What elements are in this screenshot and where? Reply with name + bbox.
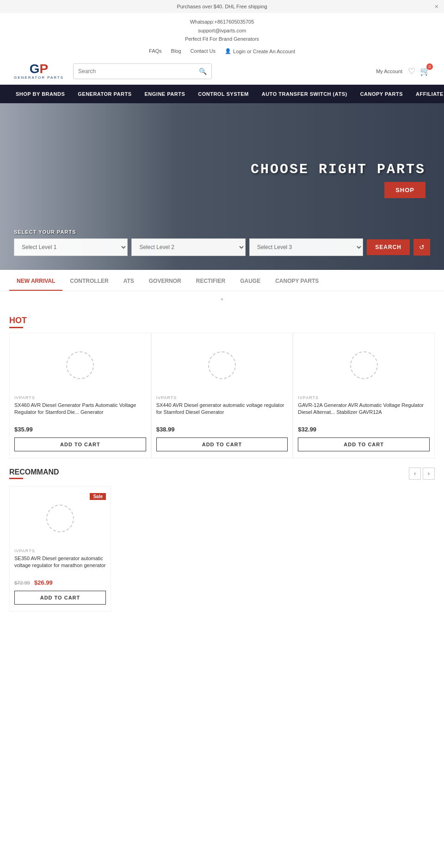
product-3-name: GAVR-12A Generator AVR Automatic Voltage… xyxy=(298,402,430,422)
logo-sub-text: Generator Parts xyxy=(14,75,64,80)
wishlist-icon[interactable]: ♡ xyxy=(408,66,415,76)
product-2-add-to-cart[interactable]: ADD TO CART xyxy=(156,437,288,451)
blog-link[interactable]: Blog xyxy=(171,48,181,54)
shop-now-button[interactable]: SHOP xyxy=(384,182,426,198)
hero-banner: CHOOSE RIGHT PARTS SHOP SELECT YOUR PART… xyxy=(0,103,444,270)
logo-gp-text: GP xyxy=(30,62,48,75)
recommand-product-1-sale-price: $26.99 xyxy=(34,579,53,586)
product-1-brand: IVPARTS xyxy=(14,395,146,400)
level2-select[interactable]: Select Level 2 xyxy=(131,238,245,256)
product-2-price: $38.99 xyxy=(156,426,288,433)
close-banner-button[interactable]: × xyxy=(435,3,438,10)
tagline-text: Perfect Fit For Brand Generators xyxy=(0,35,444,44)
hero-title: CHOOSE RIGHT PARTS xyxy=(251,162,426,177)
recommand-product-1-prices: $72.99 $26.99 xyxy=(14,579,106,586)
recommand-next-button[interactable]: › xyxy=(423,468,435,480)
recommand-product-1-brand: IVPARTS xyxy=(14,549,106,553)
recommand-title: RECOMMAND xyxy=(9,468,59,479)
main-navigation: SHOP BY BRANDS GENERATOR PARTS ENGINE PA… xyxy=(0,85,444,103)
site-logo[interactable]: GP Generator Parts xyxy=(14,62,64,80)
faqs-link[interactable]: FAQs xyxy=(149,48,162,54)
parts-search-button[interactable]: SEARCH xyxy=(367,239,410,255)
nav-engine-parts[interactable]: ENGINE PARTS xyxy=(138,85,192,103)
product-1-name: SX460 AVR Diesel Generator Parts Automat… xyxy=(14,402,146,422)
parts-selector-label: SELECT YOUR PARTS xyxy=(14,229,430,235)
loading-spinner xyxy=(66,351,94,379)
recommand-header: RECOMMAND ‹ › xyxy=(9,468,435,480)
top-banner: Purchases over $40. DHL Free shipping × xyxy=(0,0,444,13)
carousel-dot-indicator: • xyxy=(0,291,444,308)
cart-count-badge: 0 xyxy=(426,63,433,70)
account-link[interactable]: Login or Create An Account xyxy=(233,49,295,54)
recommand-product-1: Sale IVPARTS SE350 AVR Diesel generator … xyxy=(9,486,111,612)
nav-links-bar: FAQs Blog Contact Us 👤 Login or Create A… xyxy=(0,46,444,58)
product-3-add-to-cart[interactable]: ADD TO CART xyxy=(298,437,430,451)
nav-control-system[interactable]: CONTROL SYSTEM xyxy=(191,85,255,103)
nav-affiliate[interactable]: AFFILIATE xyxy=(409,85,444,103)
nav-shop-by-brands[interactable]: SHOP BY BRANDS xyxy=(9,85,71,103)
parts-selector: SELECT YOUR PARTS Select Level 1 Select … xyxy=(14,229,430,256)
recommand-product-1-image xyxy=(14,493,106,544)
search-input[interactable] xyxy=(78,68,195,75)
email-link[interactable]: support@ivparts.com xyxy=(198,28,246,33)
tab-rectifier[interactable]: RECTIFIER xyxy=(189,272,233,291)
recommand-product-1-add-to-cart[interactable]: ADD TO CART xyxy=(14,591,106,605)
product-2-image xyxy=(156,340,288,391)
product-1-add-to-cart[interactable]: ADD TO CART xyxy=(14,437,146,451)
contact-bar: Whatsapp:+8617605035705 support@ivparts.… xyxy=(0,13,444,46)
hot-section-header: HOT xyxy=(0,308,444,333)
recommand-nav-arrows: ‹ › xyxy=(409,468,435,480)
cart-button[interactable]: 🛒 0 xyxy=(420,66,430,76)
header-icons: ♡ 🛒 0 xyxy=(408,66,430,76)
hot-section-title: HOT xyxy=(9,316,27,328)
recommand-section: RECOMMAND ‹ › Sale IVPARTS SE350 AVR Die… xyxy=(0,458,444,616)
parts-reset-button[interactable]: ↺ xyxy=(413,239,430,256)
nav-canopy-parts[interactable]: CANOPY PARTS xyxy=(354,85,409,103)
product-3-price: $32.99 xyxy=(298,426,430,433)
site-header: GP Generator Parts 🔍 My Account ♡ 🛒 0 xyxy=(0,58,444,85)
tab-ats[interactable]: ATS xyxy=(116,272,142,291)
tab-controller[interactable]: CONTROLLER xyxy=(62,272,116,291)
product-2-brand: IVPARTS xyxy=(156,395,288,400)
loading-spinner xyxy=(350,351,378,379)
recommand-product-1-name: SE350 AVR Diesel generator automatic vol… xyxy=(14,555,106,575)
hot-product-1: IVPARTS SX460 AVR Diesel Generator Parts… xyxy=(9,333,151,458)
tab-canopy-parts[interactable]: CANOPY PARTS xyxy=(268,272,326,291)
hot-product-2: IVPARTS SX440 AVR Diesel generator autom… xyxy=(151,333,293,458)
hot-products-grid: IVPARTS SX460 AVR Diesel Generator Parts… xyxy=(0,333,444,458)
whatsapp-text: Whatsapp:+8617605035705 xyxy=(0,18,444,26)
contact-link[interactable]: Contact Us xyxy=(191,48,216,54)
tab-gauge[interactable]: GAUGE xyxy=(233,272,268,291)
loading-spinner xyxy=(208,351,236,379)
tab-governor[interactable]: GOVERNOR xyxy=(142,272,189,291)
nav-ats[interactable]: AUTO TRANSFER SWITCH (ATS) xyxy=(255,85,354,103)
header-right: My Account ♡ 🛒 0 xyxy=(376,66,430,76)
category-tabs: NEW ARRIVAL CONTROLLER ATS GOVERNOR RECT… xyxy=(0,272,444,291)
product-1-image xyxy=(14,340,146,391)
parts-selector-row: Select Level 1 Select Level 2 Select Lev… xyxy=(14,238,430,256)
account-link-wrapper[interactable]: 👤 Login or Create An Account xyxy=(225,48,295,54)
nav-generator-parts[interactable]: GENERATOR PARTS xyxy=(71,85,138,103)
loading-spinner xyxy=(46,505,74,532)
top-banner-text: Purchases over $40. DHL Free shipping xyxy=(177,4,267,9)
sale-badge: Sale xyxy=(90,493,106,500)
product-3-image xyxy=(298,340,430,391)
tab-new-arrival[interactable]: NEW ARRIVAL xyxy=(9,272,62,291)
hot-product-3: IVPARTS GAVR-12A Generator AVR Automatic… xyxy=(293,333,435,458)
user-icon: 👤 xyxy=(225,48,231,54)
product-3-brand: IVPARTS xyxy=(298,395,430,400)
hot-section: HOT IVPARTS SX460 AVR Diesel Generator P… xyxy=(0,308,444,458)
product-2-name: SX440 AVR Diesel generator automatic vol… xyxy=(156,402,288,422)
search-box[interactable]: 🔍 xyxy=(73,63,212,79)
level3-select[interactable]: Select Level 3 xyxy=(249,238,363,256)
product-1-price: $35.99 xyxy=(14,426,146,433)
recommand-product-1-original-price: $72.99 xyxy=(14,580,30,586)
recommand-prev-button[interactable]: ‹ xyxy=(409,468,421,480)
search-icon[interactable]: 🔍 xyxy=(199,68,207,75)
my-account-label: My Account xyxy=(376,69,402,74)
level1-select[interactable]: Select Level 1 xyxy=(14,238,128,256)
